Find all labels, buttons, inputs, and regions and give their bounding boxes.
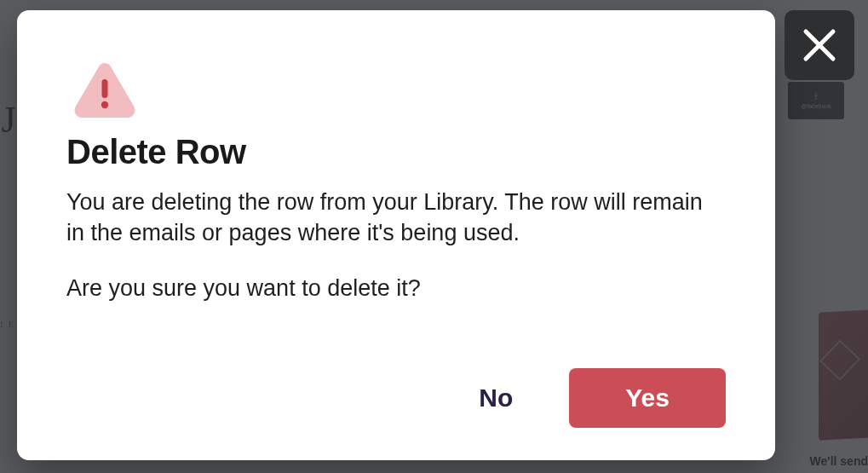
svg-rect-0 [102, 79, 108, 98]
dialog-actions: No Yes [66, 368, 726, 428]
dialog-body: You are deleting the row from your Libra… [66, 187, 726, 249]
svg-point-1 [101, 101, 108, 108]
dialog-confirm-question: Are you sure you want to delete it? [66, 273, 726, 303]
warning-icon [73, 61, 136, 118]
dialog-title: Delete Row [66, 133, 726, 171]
yes-button[interactable]: Yes [569, 368, 726, 428]
delete-row-dialog: Delete Row You are deleting the row from… [17, 10, 775, 460]
close-button[interactable] [785, 10, 854, 80]
no-button[interactable]: No [462, 372, 530, 424]
close-icon [801, 26, 838, 64]
